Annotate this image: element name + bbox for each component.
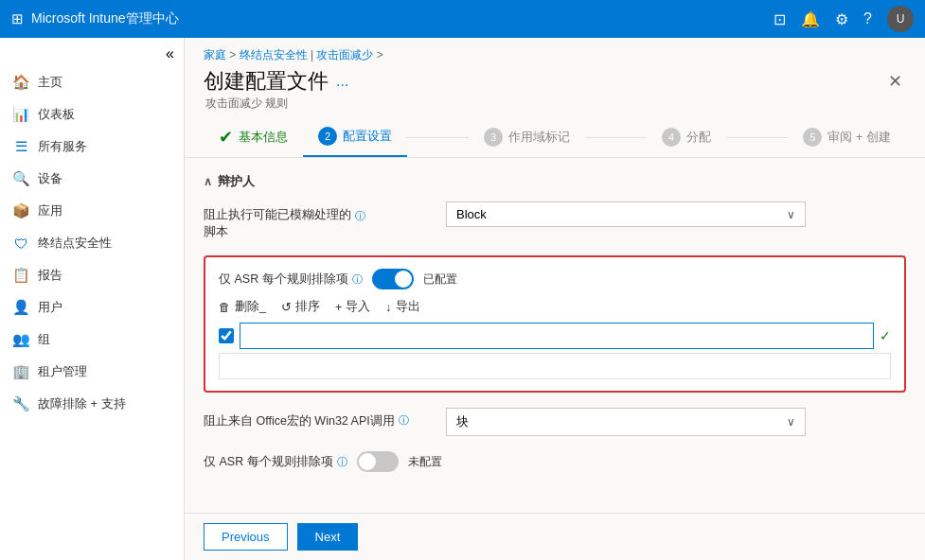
asr-info-icon[interactable]: ⓘ xyxy=(352,272,363,287)
topbar-title: Microsoft Intune管理中心 xyxy=(31,10,766,27)
sidebar-item-endpoint-security[interactable]: 🛡 终结点安全性 xyxy=(0,227,184,259)
step-scope[interactable]: 3 作用域标记 xyxy=(469,128,585,156)
asr-section2-label: 仅 ASR 每个规则排除项 ⓘ xyxy=(204,454,347,470)
breadcrumb-endpoint[interactable]: 终结点安全性 xyxy=(240,48,308,61)
sidebar-item-tenant-admin[interactable]: 🏢 租户管理 xyxy=(0,356,184,388)
breadcrumb-sep3: > xyxy=(377,48,383,61)
sidebar-item-troubleshoot[interactable]: 🔧 故障排除 + 支持 xyxy=(0,388,184,420)
sidebar-item-users[interactable]: 👤 用户 xyxy=(0,291,184,324)
next-button[interactable]: Next xyxy=(297,523,359,551)
topbar-icons: ⊡ 🔔 ⚙ ? U xyxy=(774,6,914,32)
page-subtitle: 攻击面减少 规则 xyxy=(204,96,348,112)
sort-button[interactable]: ↺ 排序 xyxy=(281,299,320,315)
export-button[interactable]: ↓ 导出 xyxy=(385,299,419,315)
step-assign[interactable]: 4 分配 xyxy=(647,128,726,156)
main-content: 家庭 > 终结点安全性 | 攻击面减少 > 创建配置文件 ... 攻击面减少 规… xyxy=(185,38,925,560)
wrench-icon: 🔧 xyxy=(11,395,30,412)
sidebar-item-label: 报告 xyxy=(38,267,62,284)
sidebar-item-label: 仪表板 xyxy=(38,106,75,123)
not-configured-label: 未配置 xyxy=(408,454,442,470)
import-label: 导入 xyxy=(346,299,370,315)
step-review[interactable]: 5 审阅 + 创建 xyxy=(788,128,906,156)
sidebar-item-label: 故障排除 + 支持 xyxy=(38,395,126,412)
input-check-icon: ✓ xyxy=(880,328,891,343)
step-check-icon: ✔ xyxy=(219,127,233,148)
export-label: 导出 xyxy=(396,299,420,315)
sidebar-item-home[interactable]: 🏠 主页 xyxy=(0,66,184,98)
avatar[interactable]: U xyxy=(887,6,914,32)
block-script-dropdown[interactable]: Block ∨ xyxy=(446,201,806,227)
block-office-dropdown-value: 块 xyxy=(456,413,469,430)
section-title: 辩护人 xyxy=(218,173,255,190)
refresh-icon: ↺ xyxy=(281,300,292,314)
block-office-dropdown-arrow: ∨ xyxy=(787,415,795,429)
close-icon[interactable]: ✕ xyxy=(884,67,906,96)
step-basic-label: 基本信息 xyxy=(239,129,288,146)
breadcrumb-home[interactable]: 家庭 xyxy=(204,48,226,61)
bell-icon[interactable]: 🔔 xyxy=(801,10,820,28)
step-basic[interactable]: ✔ 基本信息 xyxy=(204,127,303,157)
previous-button[interactable]: Previous xyxy=(204,523,288,551)
breadcrumb-attack[interactable]: 攻击面减少 xyxy=(316,48,373,61)
block-script-label: 阻止执行可能已模糊处理的 脚本 ⓘ xyxy=(204,201,431,240)
step-scope-num: 3 xyxy=(484,128,503,147)
asr2-info-icon[interactable]: ⓘ xyxy=(337,455,347,469)
tablet-icon[interactable]: ⊡ xyxy=(774,10,786,28)
asr-toggle-row: 仅 ASR 每个规则排除项 ⓘ 已配置 xyxy=(219,269,891,289)
block-script-dropdown-value: Block xyxy=(456,207,487,221)
section-collapse-icon[interactable]: ∧ xyxy=(204,175,212,188)
devices-icon: 🔍 xyxy=(11,170,30,187)
home-icon: 🏠 xyxy=(11,74,30,91)
footer: Previous Next xyxy=(185,513,925,560)
sidebar-item-label: 设备 xyxy=(38,170,62,187)
step-divider-2 xyxy=(585,137,647,138)
block-office-info-icon[interactable]: ⓘ xyxy=(399,413,409,428)
collapse-icon: « xyxy=(166,45,174,62)
step-config-num: 2 xyxy=(318,127,337,146)
block-office-label: 阻止来自 Office宏的 Win32 API调用 ⓘ xyxy=(204,408,431,430)
sidebar-item-label: 所有服务 xyxy=(38,138,87,155)
block-script-info-icon[interactable]: ⓘ xyxy=(355,209,365,223)
tenant-icon: 🏢 xyxy=(11,363,30,380)
step-config-label: 配置设置 xyxy=(343,128,392,145)
sidebar-item-devices[interactable]: 🔍 设备 xyxy=(0,163,184,195)
sidebar-item-groups[interactable]: 👥 组 xyxy=(0,324,184,356)
page-header: 创建配置文件 ... 攻击面减少 规则 ✕ xyxy=(185,67,925,115)
sidebar-item-dashboard[interactable]: 📊 仪表板 xyxy=(0,98,184,131)
delete-label: 删除_ xyxy=(235,299,266,315)
row-checkbox[interactable] xyxy=(219,328,234,343)
block-office-control: 块 ∨ xyxy=(446,408,906,436)
step-config[interactable]: 2 配置设置 xyxy=(303,127,407,157)
sidebar: « 🏠 主页 📊 仪表板 ☰ 所有服务 🔍 设备 📦 应用 🛡 终结点安全性 📋 xyxy=(0,38,185,560)
download-icon: ↓ xyxy=(385,301,391,314)
group-icon: 👥 xyxy=(11,331,30,348)
trash-icon: 🗑 xyxy=(219,301,231,314)
step-review-label: 审阅 + 创建 xyxy=(827,129,891,146)
sidebar-item-label: 用户 xyxy=(38,299,62,316)
sidebar-item-reports[interactable]: 📋 报告 xyxy=(0,259,184,291)
shield-icon: 🛡 xyxy=(11,236,30,252)
asr-section2-row: 仅 ASR 每个规则排除项 ⓘ 未配置 xyxy=(204,451,906,472)
step-assign-label: 分配 xyxy=(686,129,711,146)
asr2-toggle-switch[interactable] xyxy=(357,451,399,472)
asr-toggle-switch[interactable] xyxy=(372,269,414,289)
sidebar-item-all-services[interactable]: ☰ 所有服务 xyxy=(0,131,184,163)
input-row: ✓ xyxy=(219,323,891,349)
step-scope-label: 作用域标记 xyxy=(508,129,570,146)
apps-icon: 📦 xyxy=(11,202,30,219)
asr-text-input[interactable] xyxy=(240,323,874,349)
step-divider-1 xyxy=(407,137,469,138)
block-office-dropdown[interactable]: 块 ∨ xyxy=(446,408,806,436)
sidebar-collapse-button[interactable]: « xyxy=(0,38,184,66)
delete-button[interactable]: 🗑 删除_ xyxy=(219,299,266,315)
question-icon[interactable]: ? xyxy=(863,10,872,27)
asr-toggle-label: 仅 ASR 每个规则排除项 ⓘ xyxy=(219,271,363,288)
page-title: 创建配置文件 ... xyxy=(204,67,348,96)
gear-icon[interactable]: ⚙ xyxy=(835,10,848,28)
toggle-knob xyxy=(395,271,412,288)
import-button[interactable]: + 导入 xyxy=(335,299,370,315)
sidebar-item-apps[interactable]: 📦 应用 xyxy=(0,195,184,227)
topbar: ⊞ Microsoft Intune管理中心 ⊡ 🔔 ⚙ ? U xyxy=(0,0,925,38)
sidebar-item-label: 应用 xyxy=(38,202,62,219)
empty-row xyxy=(219,353,891,379)
